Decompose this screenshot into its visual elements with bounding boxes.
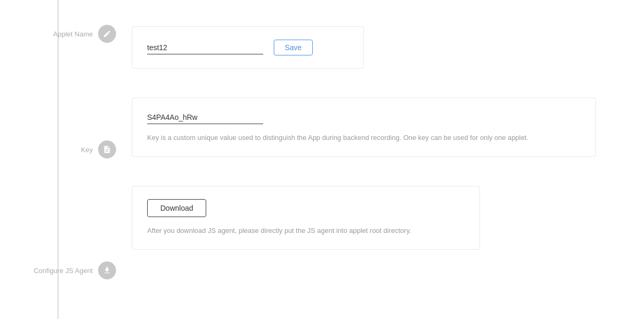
key-label: Key — [81, 146, 93, 154]
configure-js-section: Download After you download JS agent, pl… — [132, 186, 612, 250]
download-button[interactable]: Download — [147, 199, 206, 217]
applet-name-input[interactable] — [147, 41, 263, 54]
key-icon — [98, 140, 116, 158]
applet-name-icon — [98, 25, 116, 43]
key-card: Key is a custom unique value used to dis… — [132, 98, 596, 157]
configure-js-label: Configure JS Agent — [34, 267, 93, 275]
timeline-node-key: Key — [0, 140, 116, 158]
save-button[interactable]: Save — [274, 40, 313, 55]
timeline-node-configure-js: Configure JS Agent — [0, 261, 116, 279]
configure-js-card: Download After you download JS agent, pl… — [132, 186, 480, 250]
timeline: Applet Name Key Configure JS Agent — [0, 0, 116, 319]
applet-name-card: Save — [132, 26, 364, 69]
configure-js-icon — [98, 261, 116, 279]
download-description: After you download JS agent, please dire… — [147, 226, 465, 237]
timeline-node-applet-name: Applet Name — [0, 25, 116, 43]
key-input[interactable] — [147, 111, 263, 124]
applet-name-label: Applet Name — [53, 30, 93, 38]
key-section: Key is a custom unique value used to dis… — [132, 98, 612, 157]
key-description: Key is a custom unique value used to dis… — [147, 133, 559, 144]
content-area: Save Key is a custom unique value used t… — [116, 0, 644, 319]
page-layout: Applet Name Key Configure JS Agent — [0, 0, 644, 319]
applet-name-section: Save — [132, 26, 612, 69]
applet-name-row: Save — [147, 40, 349, 55]
